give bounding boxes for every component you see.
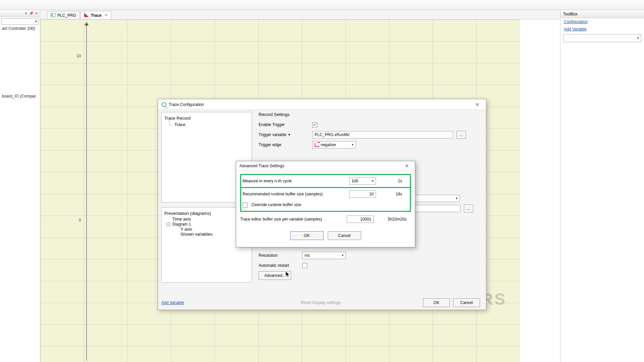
device-tree-combo[interactable]: ▼ (1, 18, 39, 25)
panel-close-icon[interactable]: ✕ (35, 11, 39, 15)
chevron-down-icon: ▼ (369, 179, 374, 183)
reset-display-settings-link[interactable]: Reset Display settings (301, 300, 341, 305)
checkbox-auto-restart[interactable] (302, 263, 307, 268)
combo-measure-nth-cycle[interactable]: 100 ▼ (349, 177, 376, 185)
advanced-button[interactable]: Advanced... (259, 271, 291, 280)
tree-item-controller[interactable]: act Controller 100) (0, 25, 40, 32)
trace-config-icon (161, 102, 167, 107)
label-override-buffer: Override runtime buffer size (252, 202, 301, 207)
label-recommended-buffer: Recommended runtime buffer size (samples… (243, 192, 346, 196)
label-editor-buffer: Trace editor buffer size per variable (s… (240, 217, 344, 222)
label-enable-trigger: Enable Trigger (259, 122, 309, 127)
tab-label: Trace (91, 13, 101, 18)
toolbox-panel: ToolBox Configuration Add Variable ▼ (560, 10, 644, 362)
chevron-down-icon: ▼ (349, 143, 354, 146)
panel-dropdown-icon[interactable]: ▾ (24, 11, 28, 15)
combo-resolution[interactable]: ms ▼ (302, 252, 346, 259)
input-trigger-variable[interactable] (312, 131, 453, 138)
trace-tab-icon (84, 13, 89, 18)
recommended-buffer-time: 18s (379, 192, 402, 196)
label-resolution: Resolution (259, 253, 299, 258)
tab-close-icon[interactable]: ✕ (103, 13, 108, 17)
label-trigger-variable: Trigger variable (259, 132, 286, 137)
advanced-dialog-titlebar[interactable]: Advanced Trace Settings ✕ (236, 161, 415, 171)
plc-prg-icon (51, 13, 55, 18)
y-axis-arrow-icon (85, 22, 89, 25)
close-icon[interactable]: ✕ (472, 101, 483, 109)
toolbox-add-variable-link[interactable]: Add Variable (560, 25, 644, 33)
negative-edge-icon (315, 143, 319, 147)
chevron-down-icon: ▼ (637, 37, 640, 40)
trace-config-titlebar[interactable]: Trace Configuration ✕ (158, 99, 486, 110)
panel-pin-icon[interactable]: 📌 (29, 11, 33, 15)
combo-value: ms (305, 253, 310, 258)
editor-tab-row: PLC_PRG Trace ✕ ▼ (40, 10, 644, 19)
advanced-trace-settings-dialog: Advanced Trace Settings ✕ Measure in eve… (236, 161, 415, 247)
input-recommended-buffer[interactable] (349, 190, 376, 198)
chevron-down-icon: ▼ (453, 197, 458, 200)
tree-item-label: Diagram 1 (172, 222, 191, 227)
y-axis-tick-10: 10 (76, 54, 81, 58)
ok-button[interactable]: OK (290, 231, 324, 240)
chevron-down-icon: ▼ (339, 254, 344, 257)
tree-item-trace[interactable]: Trace (164, 121, 249, 128)
label-trigger-edge: Trigger edge (259, 142, 309, 147)
ok-button[interactable]: OK (423, 298, 450, 307)
toolbar-strip (0, 0, 644, 10)
tab-label: PLC_PRG (57, 13, 76, 18)
browse-trigger-variable-button[interactable]: … (457, 131, 466, 139)
input-editor-buffer[interactable] (347, 216, 374, 223)
tree-root-trace-record[interactable]: Trace Record (164, 115, 249, 121)
tab-plc-prg[interactable]: PLC_PRG (47, 11, 80, 19)
combo-trigger-edge[interactable]: negative ▼ (312, 141, 356, 148)
cancel-button[interactable]: Cancel (328, 231, 361, 240)
label-auto-restart: Automatic restart (259, 263, 299, 268)
combo-value: 100 (352, 179, 358, 183)
dialog-title: Trace Configuration (169, 102, 204, 107)
toolbox-header: ToolBox (560, 10, 644, 18)
chevron-down-icon: ▼ (35, 20, 38, 23)
tree-item-board-io[interactable]: board_IO (Compac (0, 93, 40, 100)
measure-interval-time: 2s (379, 179, 402, 183)
tree-expander-icon[interactable]: − (166, 223, 170, 226)
editor-buffer-time: 5h33m20s (376, 217, 407, 222)
toolbox-configuration-link[interactable]: Configuration (560, 18, 644, 25)
toolbox-variable-combo[interactable]: ▼ (563, 34, 641, 42)
dialog-title: Advanced Trace Settings (239, 164, 284, 168)
close-icon[interactable]: ✕ (402, 162, 412, 170)
y-axis-tick-0: 0 (79, 218, 81, 223)
cancel-button[interactable]: Cancel (453, 298, 480, 307)
device-tree-panel: ▾ 📌 ✕ ▼ act Controller 100) board_IO (Co… (0, 10, 40, 362)
record-settings-heading: Record Settings (259, 112, 483, 117)
add-variable-link[interactable]: Add Variable (161, 300, 184, 305)
highlight-measure-row: Measure in every n-th cycle 100 ▼ 2s (240, 174, 411, 188)
combo-value: negative (321, 142, 336, 147)
chevron-down-icon[interactable]: ▼ (288, 133, 291, 136)
checkbox-override-buffer[interactable] (243, 202, 248, 207)
y-axis-line (86, 25, 87, 361)
device-tree-header: ▾ 📌 ✕ (0, 10, 40, 17)
tab-trace[interactable]: Trace ✕ (80, 11, 111, 19)
browse-record-condition-button[interactable]: … (464, 204, 473, 213)
highlight-buffer-rows: Recommended runtime buffer size (samples… (240, 187, 411, 212)
checkbox-enable-trigger[interactable] (312, 122, 317, 127)
label-measure-nth-cycle: Measure in every n-th cycle (243, 179, 346, 183)
